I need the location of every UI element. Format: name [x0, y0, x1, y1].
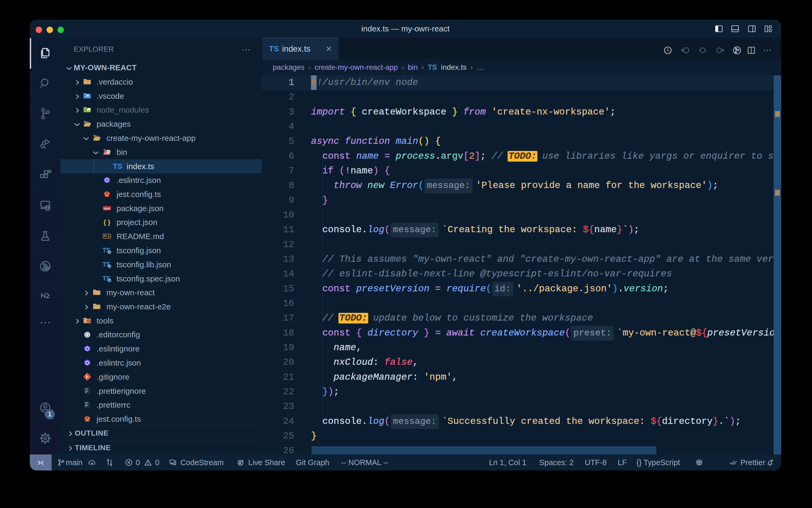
- svg-text:npm: npm: [103, 207, 110, 210]
- svg-text:TS: TS: [103, 261, 110, 268]
- svg-text:10: 10: [107, 152, 110, 154]
- svg-text:js: js: [88, 109, 90, 112]
- svg-text:TS: TS: [103, 275, 110, 282]
- svg-text:{ }: { }: [103, 219, 110, 226]
- svg-text:TS: TS: [103, 247, 110, 254]
